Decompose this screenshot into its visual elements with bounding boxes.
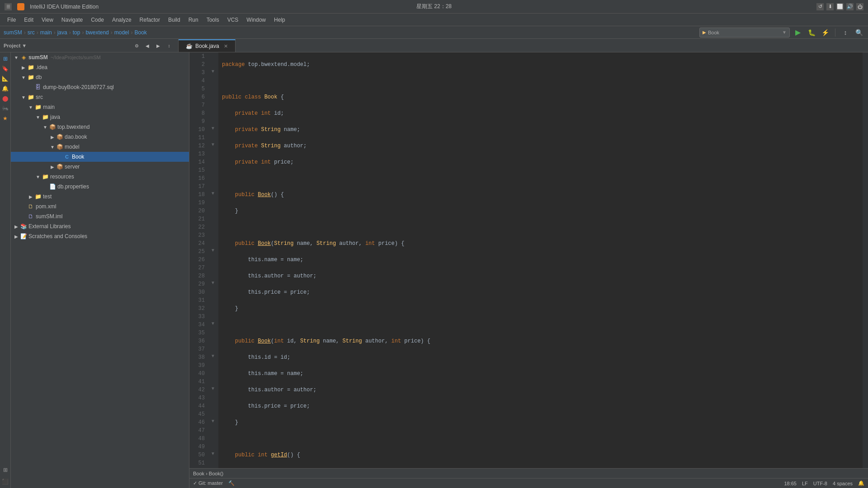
menu-view[interactable]: View [38,15,57,25]
tree-sql-file[interactable]: ▶ 🗄 dump-buyBook-20180727.sql [11,82,189,92]
main-area: ⊞ 🔖 📐 🔔 ⬤ 🐜 ★ ⊞ ⬛ ▼ ◈ sumSM ~/IdeaProjec… [0,52,868,488]
refresh-btn[interactable]: ↺ [816,3,824,10]
tree-root-sumSM[interactable]: ▼ ◈ sumSM ~/IdeaProjects/sumSM [11,52,189,62]
fold-49[interactable]: ▼ [210,451,216,456]
volume-btn[interactable]: 🔊 [846,3,854,10]
fold-3[interactable]: ▼ [210,69,216,74]
bookmark2-btn[interactable]: ★ [1,114,10,123]
bc-project[interactable]: sumSM [4,29,22,36]
tree-java[interactable]: ▼ 📁 java [11,112,189,122]
bc-book[interactable]: Book [134,29,146,36]
notification-btn[interactable]: 🔔 [1,84,10,93]
encoding[interactable]: UTF-8 [813,481,827,486]
power-btn[interactable]: ⏻ [856,3,863,10]
fold-33[interactable]: ▼ [210,321,216,326]
tree-main[interactable]: ▼ 📁 main [11,102,189,112]
bc-src[interactable]: src [28,29,35,36]
tab-java-icon: ☕ [186,43,193,49]
status-right: 18:65 LF UTF-8 4 spaces 🔔 [784,480,864,486]
event-log[interactable]: 🔔 [858,480,864,486]
tree-scratches[interactable]: ▶ 📝 Scratches and Consoles [11,231,189,241]
terminal-btn[interactable]: ⬛ [1,477,10,486]
coverage-btn[interactable]: ⚡ [820,27,830,38]
app-icon [17,3,24,10]
vcs-status[interactable]: ✓ Git: master [193,480,223,486]
nav-bar: sumSM › src › main › java › top › bwexte… [0,26,868,39]
tree-db-properties[interactable]: ▶ 📄 db.properties [11,182,189,192]
tree-test[interactable]: ▶ 📁 test [11,192,189,202]
grid-btn[interactable]: ⊞ [1,465,10,474]
package-icon: 📦 [56,163,63,170]
line-ending[interactable]: LF [802,481,808,486]
tree-server[interactable]: ▶ 📦 server [11,162,189,172]
tree-db[interactable]: ▼ 📁 db [11,72,189,82]
title-bar-title: 星期五 22：28 [416,3,452,10]
project-toggle-btn[interactable]: ⊞ [1,54,10,63]
sidebar-scroll-btn[interactable]: ↕ [164,40,175,51]
right-scroll-panel[interactable] [863,52,868,468]
maximize-btn[interactable]: ⬜ [836,3,844,10]
tree-book-class[interactable]: ▶ C Book [11,152,189,162]
menu-vcs[interactable]: VCS [224,15,242,25]
fold-45[interactable]: ▼ [210,418,216,423]
folder-icon: 📁 [34,103,42,111]
tree-resources[interactable]: ▼ 📁 resources [11,172,189,182]
structure-btn[interactable]: 📐 [1,74,10,83]
debug-btn[interactable]: 🐛 [806,27,817,38]
menu-build[interactable]: Build [165,15,184,25]
bc-java[interactable]: java [57,29,67,36]
fold-37[interactable]: ▼ [210,353,216,358]
menu-run[interactable]: Run [185,15,202,25]
sql-icon: 🗄 [34,84,42,91]
bc-bwextend[interactable]: bwextend [85,29,108,36]
menu-refactor[interactable]: Refactor [136,15,164,25]
sidebar-settings-btn[interactable]: ⚙ [131,40,142,51]
bc-model[interactable]: model [114,29,129,36]
menu-icon[interactable]: ☰ [5,3,12,10]
tab-close-btn[interactable]: ✕ [224,43,228,49]
tree-dao-book[interactable]: ▶ 📦 dao.book [11,132,189,142]
menu-window[interactable]: Window [243,15,269,25]
run-config-dropdown[interactable]: ▶ Book ▼ [699,28,790,38]
search-everywhere-btn[interactable]: 🔍 [854,27,864,38]
menu-tools[interactable]: Tools [203,15,223,25]
sidebar-expand-btn[interactable]: ▶ [153,40,164,51]
tree-pom[interactable]: ▶ 🗋 pom.xml [11,202,189,211]
tree-ext-libs[interactable]: ▶ 📚 External Libraries [11,221,189,231]
update-btn[interactable]: ↕ [840,27,851,38]
title-bar: ☰ IntelliJ IDEA Ultimate Edition 星期五 22：… [0,0,868,14]
cursor-position[interactable]: 18:65 [784,481,797,486]
sidebar-collapse-btn[interactable]: ◀ [142,40,153,51]
ant-btn[interactable]: 🐜 [1,104,10,113]
menu-code[interactable]: Code [87,15,108,25]
editor: 12345 678910 1112131415 1617181920 21222… [189,52,868,488]
menu-navigate[interactable]: Navigate [58,15,86,25]
tree-model[interactable]: ▼ 📦 model [11,142,189,152]
tree-pkg-top[interactable]: ▼ 📦 top.bwextend [11,122,189,132]
bookmark-btn[interactable]: 🔖 [1,64,10,73]
menu-edit[interactable]: Edit [20,15,37,25]
fold-9[interactable]: ▼ [210,126,216,131]
module-icon: ◈ [20,54,27,61]
code-editor[interactable]: package top.bwextend.model; public class… [218,52,863,468]
bc-main[interactable]: main [40,29,52,36]
fold-29[interactable]: ▼ [210,280,216,285]
run-btn[interactable]: ▶ [793,27,803,38]
tree-idea[interactable]: ▶ 📁 .idea [11,62,189,72]
editor-content: 12345 678910 1112131415 1617181920 21222… [189,52,868,468]
fold-25[interactable]: ▼ [210,248,216,253]
menu-help[interactable]: Help [270,15,289,25]
package-icon: 📦 [56,133,63,141]
tree-src[interactable]: ▼ 📁 src [11,92,189,102]
fold-18[interactable]: ▼ [210,191,216,196]
menu-analyze[interactable]: Analyze [108,15,135,25]
tab-book-java[interactable]: ☕ Book.java ✕ [179,39,236,52]
tree-iml[interactable]: ▶ 🗋 sumSM.iml [11,211,189,221]
fold-41[interactable]: ▼ [210,386,216,391]
menu-file[interactable]: File [4,15,19,25]
fold-12[interactable]: ▼ [210,142,216,147]
indent-setting[interactable]: 4 spaces [833,481,853,486]
error-btn[interactable]: ⬤ [1,94,10,103]
minimize-btn[interactable]: ⬇ [826,3,834,10]
bc-top[interactable]: top [73,29,80,36]
